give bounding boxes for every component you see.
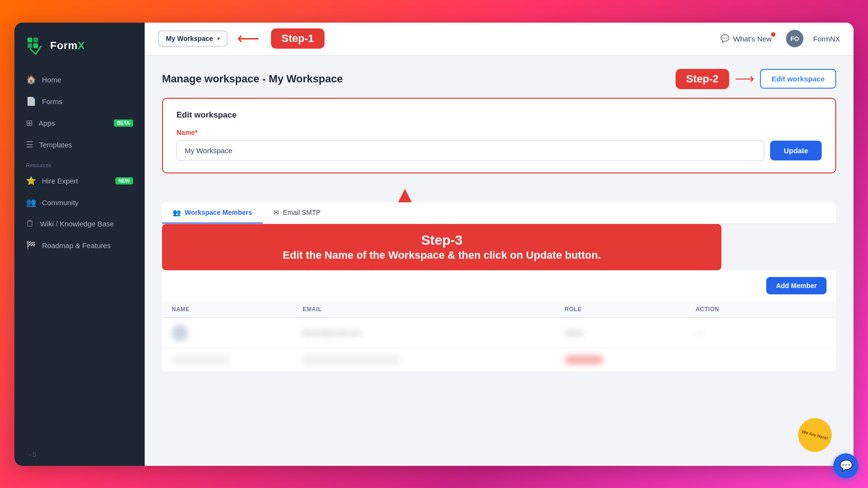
email-icon: ✉ <box>273 209 279 216</box>
step3-banner: Step-3 Edit the Name of the Workspace & … <box>162 224 721 270</box>
members-area: Add Member NAME EMAIL ROLE ACTION blurre… <box>162 270 836 372</box>
notification-dot <box>771 32 775 37</box>
main-window: FormX 🏠 Home 📄 Forms ⊞ Apps BETA ☰ Templ… <box>14 23 854 466</box>
whats-new-button[interactable]: 💬 What's New <box>716 31 777 46</box>
col-role: ROLE <box>565 306 696 313</box>
home-icon: 🏠 <box>26 75 36 85</box>
tab-workspace-members[interactable]: 👥 Workspace Members <box>162 202 263 224</box>
blurred-role <box>565 355 603 365</box>
user-name: FormNX <box>813 35 840 43</box>
step2-arrow: ⟶ <box>735 71 754 87</box>
sidebar-item-label: Hire Expert <box>42 177 78 185</box>
apps-badge: BETA <box>114 119 133 127</box>
logo-text: FormX <box>50 40 85 52</box>
templates-icon: ☰ <box>26 140 33 150</box>
blurred-email <box>303 355 399 365</box>
workspace-name-input[interactable] <box>176 140 764 161</box>
sidebar: FormX 🏠 Home 📄 Forms ⊞ Apps BETA ☰ Templ… <box>14 23 145 466</box>
community-icon: 👥 <box>26 198 36 208</box>
sidebar-item-label: Wiki / Knowledge Base <box>40 220 114 228</box>
workspace-label: My Workspace <box>166 35 213 42</box>
chat-widget: We Are Here! 💬 <box>833 453 858 478</box>
sidebar-nav: 🏠 Home 📄 Forms ⊞ Apps BETA ☰ Templates R… <box>14 65 145 443</box>
sidebar-logo: FormX <box>14 23 145 65</box>
content-area: My Workspace ▾ ⟵ Step-1 💬 What's New FO … <box>145 23 854 466</box>
member-action: — <box>695 329 827 337</box>
name-form-row: Update <box>176 140 822 161</box>
topbar-right: 💬 What's New FO FormNX <box>716 30 840 47</box>
sidebar-item-label: Roadmap & Features <box>42 241 111 250</box>
hire-expert-badge: NEW <box>115 177 133 185</box>
tabs-and-banner: 👥 Workspace Members ✉ Email SMTP Step-3 … <box>162 202 836 270</box>
workspace-selector[interactable]: My Workspace ▾ <box>158 30 228 47</box>
col-name: NAME <box>172 306 303 313</box>
wiki-icon: 🗒 <box>26 219 34 229</box>
bell-icon: 💬 <box>720 34 730 43</box>
whats-new-label: What's New <box>733 35 772 43</box>
sidebar-item-community[interactable]: 👥 Community <box>14 192 145 213</box>
sidebar-item-wiki[interactable]: 🗒 Wiki / Knowledge Base <box>14 213 145 235</box>
col-email: EMAIL <box>303 306 565 313</box>
update-button[interactable]: Update <box>770 141 822 160</box>
edit-workspace-card: Edit workspace Name* Update <box>162 98 836 173</box>
sidebar-bottom: →S <box>14 443 145 466</box>
svg-rect-0 <box>27 38 32 42</box>
svg-rect-1 <box>33 38 38 42</box>
sidebar-item-label: Community <box>42 198 79 207</box>
sidebar-item-forms[interactable]: 📄 Forms <box>14 91 145 112</box>
svg-rect-2 <box>27 43 32 48</box>
chat-button[interactable]: 💬 <box>833 453 858 478</box>
edit-workspace-button[interactable]: Edit workspace <box>760 69 836 89</box>
tabs-row: 👥 Workspace Members ✉ Email SMTP <box>162 202 836 224</box>
sidebar-item-hire-expert[interactable]: ⭐ Hire Expert NEW <box>14 170 145 192</box>
sidebar-item-label: Apps <box>39 119 55 127</box>
table-row <box>162 348 836 372</box>
step3-title: Step-3 <box>176 233 707 248</box>
topbar: My Workspace ▾ ⟵ Step-1 💬 What's New FO … <box>145 23 854 55</box>
page-title: Manage workspace - My Workspace <box>162 73 343 85</box>
star-icon: ⭐ <box>26 176 36 186</box>
page-content: Manage workspace - My Workspace Step-2 ⟶… <box>145 55 854 466</box>
sidebar-item-label: Forms <box>42 97 63 106</box>
user-avatar: FO <box>786 30 803 47</box>
tab-label: Email SMTP <box>283 209 321 216</box>
sidebar-item-home[interactable]: 🏠 Home <box>14 69 145 91</box>
logo-icon <box>26 36 45 55</box>
roadmap-icon: 🏁 <box>26 240 36 251</box>
apps-icon: ⊞ <box>26 118 33 128</box>
step1-arrow: ⟵ <box>237 31 259 46</box>
step3-desc: Edit the Name of the Workspace & then cl… <box>176 249 707 262</box>
step1-badge: Step-1 <box>271 28 325 49</box>
sidebar-item-apps[interactable]: ⊞ Apps BETA <box>14 112 145 134</box>
step3-region: ▲ 👥 Workspace Members ✉ Email SMTP <box>162 183 836 372</box>
table-row: blurred@email.com Admin — <box>162 318 836 348</box>
member-role: Admin <box>565 329 696 337</box>
sidebar-item-templates[interactable]: ☰ Templates <box>14 134 145 156</box>
edit-card-title: Edit workspace <box>176 110 822 120</box>
table-header: NAME EMAIL ROLE ACTION <box>162 301 836 318</box>
blurred-row <box>172 355 230 365</box>
members-icon: 👥 <box>173 209 181 216</box>
sidebar-item-label: Templates <box>39 141 72 149</box>
col-action: ACTION <box>695 306 827 313</box>
header-actions: Step-2 ⟶ Edit workspace <box>676 69 836 89</box>
tab-email-smtp[interactable]: ✉ Email SMTP <box>263 202 331 224</box>
sidebar-item-roadmap[interactable]: 🏁 Roadmap & Features <box>14 235 145 256</box>
resources-label: Resources <box>14 156 145 170</box>
chevron-down-icon: ▾ <box>217 36 220 42</box>
add-member-button[interactable]: Add Member <box>766 277 827 294</box>
forms-icon: 📄 <box>26 96 36 106</box>
member-email: blurred@email.com <box>303 329 565 337</box>
step2-badge: Step-2 <box>676 69 729 89</box>
member-avatar <box>172 325 188 341</box>
tab-label: Workspace Members <box>185 209 252 216</box>
svg-rect-3 <box>33 43 38 48</box>
sidebar-item-label: Home <box>42 76 61 84</box>
members-toolbar: Add Member <box>162 270 836 301</box>
name-label: Name* <box>176 129 822 136</box>
